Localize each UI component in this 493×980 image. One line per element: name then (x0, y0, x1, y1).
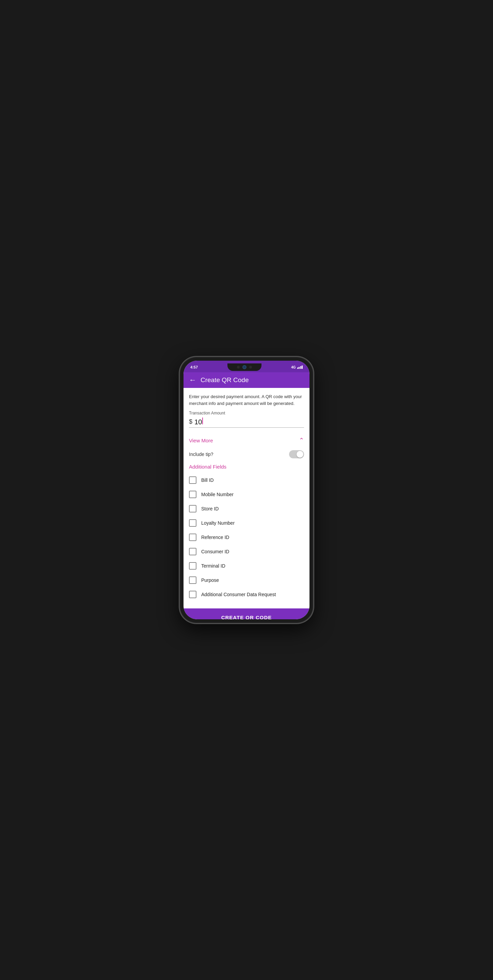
checkbox-label-additional-consumer-data-request: Additional Consumer Data Request (201, 592, 276, 597)
checkbox-item-terminal-id[interactable]: Terminal ID (189, 559, 304, 573)
signal-bar-3 (300, 366, 301, 369)
checkbox-label-store-id: Store ID (201, 506, 219, 511)
signal-label: 4G (291, 366, 295, 369)
signal-bar-4 (302, 366, 303, 369)
view-more-label[interactable]: View More (189, 438, 213, 443)
back-button[interactable]: ← (189, 375, 196, 385)
include-tip-row: Include tip? (183, 447, 310, 463)
checkbox-label-terminal-id: Terminal ID (201, 563, 225, 569)
checkbox-additional-consumer-data-request[interactable] (189, 591, 196, 598)
text-cursor (202, 417, 203, 424)
signal-bar-2 (298, 367, 300, 369)
phone-shell: 4:57 4G ← Create QR Code (180, 357, 313, 623)
amount-section: Transaction Amount $ 10 (183, 411, 310, 433)
include-tip-toggle[interactable] (289, 450, 304, 458)
checkbox-label-loyalty-number: Loyalty Number (201, 520, 235, 526)
checkbox-label-consumer-id: Consumer ID (201, 549, 229, 554)
currency-symbol: $ (189, 418, 192, 425)
camera-dot-2 (249, 366, 252, 369)
status-bar: 4:57 4G (183, 361, 310, 372)
chevron-up-icon: ⌃ (299, 437, 304, 444)
include-tip-label: Include tip? (189, 452, 214, 457)
amount-input-row[interactable]: $ 10 (189, 417, 304, 428)
amount-value[interactable]: 10 (195, 417, 304, 426)
checkbox-label-purpose: Purpose (201, 578, 219, 583)
checkbox-mobile-number[interactable] (189, 491, 196, 498)
checkbox-terminal-id[interactable] (189, 562, 196, 570)
status-left: 4:57 (190, 365, 198, 369)
checkbox-label-bill-id: Bill ID (201, 477, 214, 483)
checkbox-list: Bill IDMobile NumberStore IDLoyalty Numb… (183, 473, 310, 601)
checkbox-item-store-id[interactable]: Store ID (189, 501, 304, 516)
create-qr-code-button[interactable]: CREATE QR CODE (183, 608, 310, 619)
camera-dot (237, 366, 240, 369)
checkbox-item-purpose[interactable]: Purpose (189, 573, 304, 587)
view-more-row[interactable]: View More ⌃ (183, 433, 310, 447)
bottom-spacer (183, 601, 310, 608)
amount-number: 10 (195, 418, 202, 426)
checkbox-item-loyalty-number[interactable]: Loyalty Number (189, 516, 304, 530)
app-header: ← Create QR Code (183, 372, 310, 388)
amount-label: Transaction Amount (189, 411, 304, 415)
checkbox-item-bill-id[interactable]: Bill ID (189, 473, 304, 487)
checkbox-loyalty-number[interactable] (189, 519, 196, 527)
camera-lens (243, 365, 247, 369)
checkbox-label-reference-id: Reference ID (201, 535, 229, 540)
notch (227, 363, 262, 371)
checkbox-item-additional-consumer-data-request[interactable]: Additional Consumer Data Request (189, 587, 304, 601)
checkbox-label-mobile-number: Mobile Number (201, 492, 234, 497)
checkbox-item-reference-id[interactable]: Reference ID (189, 530, 304, 544)
content-area: Enter your desired payment amount. A QR … (183, 388, 310, 619)
signal-bar-1 (297, 368, 298, 369)
checkbox-item-consumer-id[interactable]: Consumer ID (189, 544, 304, 559)
status-right: 4G (291, 366, 303, 369)
toggle-knob (297, 451, 303, 458)
checkbox-consumer-id[interactable] (189, 548, 196, 555)
checkbox-item-mobile-number[interactable]: Mobile Number (189, 487, 304, 501)
checkbox-bill-id[interactable] (189, 476, 196, 484)
time-display: 4:57 (190, 365, 198, 369)
additional-fields-label: Additional Fields (183, 463, 310, 473)
phone-inner: 4:57 4G ← Create QR Code (183, 361, 310, 619)
checkbox-store-id[interactable] (189, 505, 196, 512)
signal-bars (297, 366, 303, 369)
checkbox-reference-id[interactable] (189, 533, 196, 541)
header-title: Create QR Code (201, 376, 249, 384)
description-text: Enter your desired payment amount. A QR … (183, 388, 310, 411)
checkbox-purpose[interactable] (189, 576, 196, 584)
